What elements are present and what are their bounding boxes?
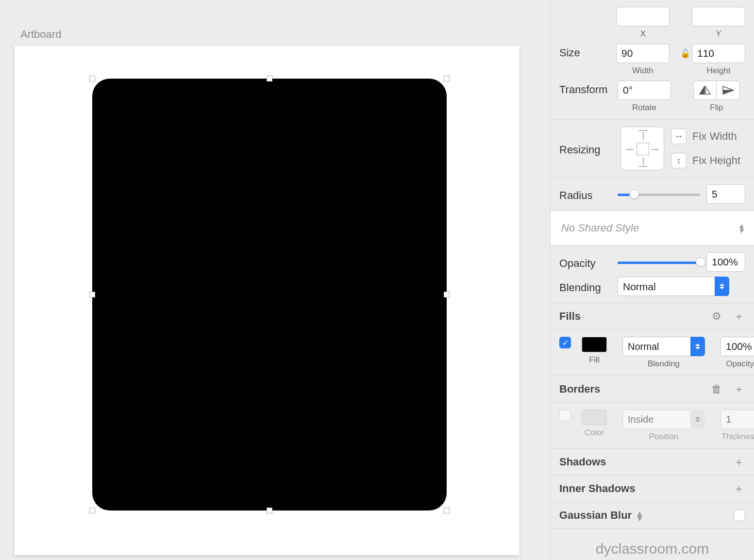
- flip-horizontal-button[interactable]: [693, 81, 717, 100]
- resize-handle[interactable]: [89, 292, 95, 297]
- geometry-section: X Y Size Width 🔓 Height: [551, 0, 754, 120]
- chevron-updown-icon: ▴▾: [739, 223, 743, 233]
- add-inner-shadow-button[interactable]: ＋: [733, 482, 745, 495]
- flip-v-icon: [722, 86, 734, 95]
- selected-shape[interactable]: [92, 79, 447, 511]
- border-position-label: Position: [649, 432, 678, 442]
- trash-icon[interactable]: 🗑: [710, 383, 723, 395]
- flip-h-icon: [699, 86, 711, 95]
- shadows-header: Shadows ＋: [551, 449, 754, 476]
- height-input[interactable]: [692, 44, 745, 63]
- border-thickness-input[interactable]: [720, 410, 754, 429]
- border-thickness-label: Thickness: [721, 432, 754, 442]
- inspector-panel: X Y Size Width 🔓 Height: [550, 0, 754, 560]
- position-x-input[interactable]: [616, 7, 670, 26]
- borders-header: Borders 🗑 ＋: [551, 376, 754, 403]
- width-label: Width: [632, 66, 653, 76]
- height-label: Height: [706, 66, 730, 76]
- spacer: [680, 7, 689, 21]
- resize-handle[interactable]: [267, 76, 272, 82]
- radius-section: Radius: [551, 178, 754, 211]
- opacity-slider[interactable]: [618, 257, 701, 267]
- fix-height-label: Fix Height: [692, 154, 740, 167]
- chevron-updown-icon[interactable]: ▴▾: [637, 511, 642, 521]
- fill-item: ✓ Fill Normal Blending Opacity: [551, 330, 754, 376]
- fill-blending-select[interactable]: Normal: [622, 337, 705, 356]
- blending-label: Blending: [559, 279, 618, 294]
- fill-color-swatch[interactable]: [582, 337, 607, 352]
- gaussian-blur-checkbox[interactable]: [734, 510, 745, 521]
- border-enabled-checkbox[interactable]: [559, 410, 571, 421]
- lock-aspect-icon[interactable]: 🔓: [680, 44, 689, 59]
- shared-style-section: No Shared Style ▴▾: [551, 211, 754, 246]
- selection-box: [92, 79, 447, 511]
- resize-handle[interactable]: [267, 508, 272, 513]
- size-label: Size: [559, 44, 616, 59]
- resize-handle[interactable]: [444, 508, 450, 513]
- resize-handle[interactable]: [89, 76, 95, 82]
- position-y-label: Y: [716, 29, 721, 39]
- resizing-section: Resizing ↔ Fix Width ↕ Fix Height: [551, 120, 754, 178]
- flip-label: Flip: [710, 103, 723, 113]
- fill-enabled-checkbox[interactable]: ✓: [559, 337, 571, 348]
- fill-opacity-input[interactable]: [720, 337, 754, 356]
- position-x-label: X: [640, 29, 646, 39]
- add-border-button[interactable]: ＋: [733, 383, 745, 395]
- radius-label: Radius: [559, 186, 618, 202]
- borders-title: Borders: [559, 383, 600, 395]
- resize-handle[interactable]: [444, 292, 450, 297]
- rotate-label: Rotate: [632, 103, 656, 113]
- shared-style-select[interactable]: No Shared Style: [561, 222, 639, 234]
- fix-height-icon[interactable]: ↕: [671, 153, 687, 168]
- appearance-section: Opacity Blending Normal: [551, 246, 754, 303]
- add-fill-button[interactable]: ＋: [733, 310, 745, 323]
- transform-label: Transform: [559, 81, 618, 96]
- opacity-label: Opacity: [559, 254, 618, 270]
- resizing-label: Resizing: [559, 141, 618, 156]
- fix-width-label: Fix Width: [692, 130, 737, 143]
- add-shadow-button[interactable]: ＋: [733, 456, 745, 468]
- inner-shadows-title: Inner Shadows: [559, 482, 635, 495]
- border-color-label: Color: [585, 428, 604, 438]
- flip-group: [693, 81, 740, 100]
- blending-select[interactable]: Normal: [618, 277, 729, 296]
- radius-input[interactable]: [706, 184, 745, 204]
- canvas-area[interactable]: Artboard: [0, 0, 550, 560]
- spacer: [682, 81, 690, 95]
- shadows-title: Shadows: [559, 456, 606, 468]
- border-item: Color Inside Position Thickness: [551, 403, 754, 449]
- gear-icon[interactable]: ⚙: [710, 310, 723, 323]
- border-color-swatch[interactable]: [582, 410, 607, 425]
- border-position-select[interactable]: Inside: [622, 410, 705, 429]
- resizing-constraints-control[interactable]: [620, 127, 664, 170]
- fills-header: Fills ⚙ ＋: [551, 303, 754, 330]
- width-input[interactable]: [616, 44, 670, 63]
- flip-vertical-button[interactable]: [717, 81, 740, 100]
- position-y-input[interactable]: [692, 7, 745, 26]
- rotate-input[interactable]: [618, 81, 671, 100]
- fix-width-icon[interactable]: ↔: [671, 129, 687, 144]
- resize-handle[interactable]: [89, 508, 95, 513]
- fill-opacity-label: Opacity: [726, 359, 754, 369]
- opacity-input[interactable]: [706, 252, 745, 272]
- watermark: dyclassroom.com: [551, 529, 754, 560]
- gaussian-blur-title: Gaussian Blur ▴▾: [559, 509, 642, 522]
- gaussian-blur-header: Gaussian Blur ▴▾: [551, 502, 754, 529]
- artboard[interactable]: [15, 46, 519, 555]
- artboard-label: Artboard: [20, 28, 536, 41]
- fill-sublabel: Fill: [589, 355, 600, 365]
- position-label: [559, 7, 616, 22]
- fill-blending-label: Blending: [648, 359, 680, 369]
- radius-slider[interactable]: [618, 189, 701, 199]
- inner-shadows-header: Inner Shadows ＋: [551, 476, 754, 502]
- fills-title: Fills: [559, 310, 581, 323]
- resize-handle[interactable]: [444, 76, 450, 82]
